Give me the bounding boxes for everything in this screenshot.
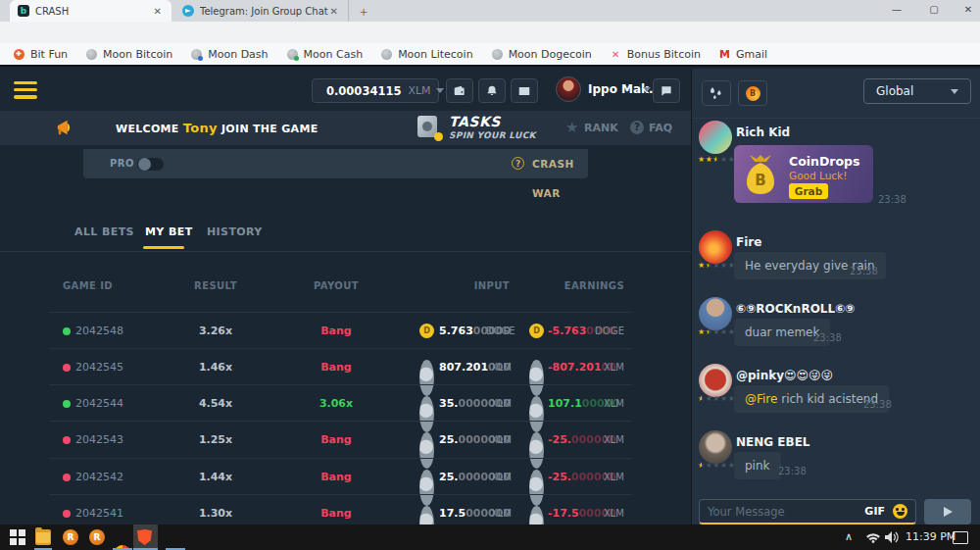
- bookmark-moon-litecoin[interactable]: Moon Litecoin: [381, 48, 473, 61]
- faq-link[interactable]: FAQ: [649, 111, 672, 145]
- message-time: 23:38: [778, 466, 807, 476]
- user-rating: ★★★★★: [698, 394, 735, 403]
- rank-link[interactable]: RANK: [584, 111, 618, 145]
- bookmark-bonus-bitcoin[interactable]: ✕Bonus Bitcoin: [611, 48, 701, 61]
- payout-value: 3.06x: [304, 385, 368, 422]
- rain-button[interactable]: [702, 80, 731, 106]
- notification-center-icon[interactable]: [953, 531, 968, 544]
- tab-all-bets[interactable]: ALL BETS: [74, 225, 134, 238]
- result-value: 1.44x: [186, 459, 245, 495]
- coin-icon: [419, 324, 434, 338]
- tab-my-bet[interactable]: MY BET: [145, 225, 193, 238]
- gif-button[interactable]: GIF: [864, 505, 885, 518]
- rain-drops-icon: [709, 86, 724, 100]
- chat-username[interactable]: ⑥⑨ROCKnROLL⑥⑨: [736, 302, 855, 316]
- user-rating: ★★★★★: [698, 461, 735, 470]
- bet-row[interactable]: 2042542 1.44x Bang 25.0000000 XLM -25.00…: [49, 458, 632, 495]
- minimize-button[interactable]: —: [882, 0, 911, 22]
- tasks-title[interactable]: TASKS: [449, 114, 501, 129]
- tab-crash[interactable]: b CRASH ✕: [10, 0, 172, 22]
- avatar[interactable]: [699, 297, 732, 330]
- welcome-text: WELCOME Tony JOIN THE GAME: [116, 111, 318, 145]
- moon-bitcoin-icon: [86, 49, 97, 60]
- input-placeholder: Your Message: [708, 505, 864, 519]
- chevron-down-icon: [436, 88, 444, 93]
- pro-toggle[interactable]: [137, 158, 164, 171]
- messages-button[interactable]: [511, 78, 538, 103]
- maximize-button[interactable]: ▢: [919, 0, 949, 22]
- notifications-button[interactable]: [478, 78, 506, 103]
- send-button[interactable]: [924, 499, 971, 525]
- wifi-icon[interactable]: [866, 532, 880, 543]
- grab-button[interactable]: Grab: [789, 183, 828, 199]
- chat-username[interactable]: @pinky😍😍😜😜: [736, 369, 833, 382]
- hamburger-menu-icon[interactable]: [14, 81, 37, 99]
- avatar[interactable]: [699, 230, 732, 264]
- coindrop-button[interactable]: B: [738, 80, 767, 106]
- coin-drop-comet-icon: B: [746, 86, 760, 101]
- right-arrow-icon: [944, 507, 953, 517]
- app-r1-icon[interactable]: R: [63, 529, 78, 545]
- close-tab-icon[interactable]: ✕: [328, 6, 340, 17]
- faq-question-icon[interactable]: ?: [630, 121, 644, 134]
- balance-selector[interactable]: 0.00034115 XLM: [312, 78, 439, 103]
- bell-icon: [485, 84, 499, 98]
- coindrops-title: CoinDrops: [789, 154, 859, 169]
- bet-row[interactable]: 2042544 4.54x 3.06x 35.0000000 XLM 107.1…: [49, 384, 632, 422]
- username[interactable]: Ippo Mak...: [588, 69, 662, 111]
- pro-label: PRO: [110, 149, 134, 178]
- tab-telegram[interactable]: Telegram: Join Group Chat ✕: [174, 0, 349, 22]
- bookmark-moon-bitcoin[interactable]: Moon Bitcoin: [86, 48, 172, 61]
- chevron-down-icon[interactable]: [643, 87, 651, 92]
- clock[interactable]: 11:39 PM: [906, 525, 956, 550]
- start-button[interactable]: [10, 529, 25, 545]
- bcgame-page: 0.00034115 XLM Ippo Mak...: [0, 69, 980, 525]
- bet-row[interactable]: 2042545 1.46x Bang 807.201000 XLM -807.2…: [49, 348, 632, 385]
- new-tab-button[interactable]: ＋: [355, 3, 372, 21]
- volume-icon[interactable]: [885, 531, 899, 543]
- bookmark-bitfun[interactable]: Bit Fun: [14, 48, 68, 61]
- chat-username[interactable]: Fire: [736, 235, 761, 249]
- chat-username[interactable]: Rich Kid: [736, 125, 790, 139]
- result-value: 3.26x: [186, 313, 245, 349]
- crash-war-link[interactable]: CRASH WAR: [532, 149, 588, 178]
- tab-title: CRASH: [35, 6, 152, 17]
- avatar[interactable]: [699, 430, 732, 464]
- avatar[interactable]: [699, 121, 732, 154]
- chat-toggle-button[interactable]: [653, 78, 680, 103]
- bet-row[interactable]: 2042548 3.26x Bang 5.76300000 DOGE -5.76…: [49, 312, 632, 349]
- tasks-icon[interactable]: [416, 114, 443, 141]
- user-rating: ★★★★★: [698, 155, 735, 164]
- tab-title: Telegram: Join Group Chat: [200, 6, 328, 17]
- browser-tab-strip: b CRASH ✕ Telegram: Join Group Chat ✕ ＋ …: [0, 0, 980, 22]
- file-explorer-icon[interactable]: [35, 529, 51, 545]
- message-time: 23:38: [850, 266, 878, 276]
- payout-value: Bang: [304, 459, 368, 495]
- chat-username[interactable]: NENG EBEL: [736, 435, 810, 449]
- crash-war-help-icon[interactable]: ?: [512, 157, 524, 170]
- close-tab-icon[interactable]: ✕: [152, 6, 164, 17]
- user-avatar[interactable]: [556, 76, 581, 102]
- game-id: 2042542: [75, 459, 123, 495]
- avatar[interactable]: [699, 364, 732, 397]
- tray-chevron-icon[interactable]: ∧: [845, 525, 853, 550]
- app-r2-icon[interactable]: R: [89, 529, 105, 545]
- wallet-button[interactable]: [446, 78, 473, 103]
- smiley-face-icon[interactable]: [893, 504, 907, 519]
- bookmark-moon-dogecoin[interactable]: Moon Dogecoin: [492, 48, 592, 61]
- bookmark-moon-dash[interactable]: Moon Dash: [191, 48, 268, 61]
- bookmark-moon-cash[interactable]: Moon Cash: [287, 48, 364, 61]
- earnings-currency: XLM: [595, 385, 624, 422]
- bookmark-gmail[interactable]: MGmail: [719, 48, 767, 61]
- tab-history[interactable]: HISTORY: [207, 225, 263, 238]
- chat-message-input[interactable]: Your Message GIF: [699, 499, 916, 525]
- channel-selector[interactable]: Global: [863, 78, 971, 104]
- bet-row[interactable]: 2042543 1.25x Bang 25.0000000 XLM -25.00…: [49, 421, 632, 458]
- chat-sidebar: B Global Rich Kid ★★★★★ B CoinDrops Good…: [691, 69, 980, 525]
- close-window-button[interactable]: ✕: [954, 0, 980, 22]
- rank-star-icon[interactable]: ★: [565, 111, 578, 145]
- channel-label: Global: [876, 84, 913, 98]
- payout-value: Bang: [304, 422, 368, 458]
- telegram-favicon: [182, 5, 194, 17]
- screen: { "theme":{"accent":"#f5c51d","bang_red"…: [0, 0, 980, 550]
